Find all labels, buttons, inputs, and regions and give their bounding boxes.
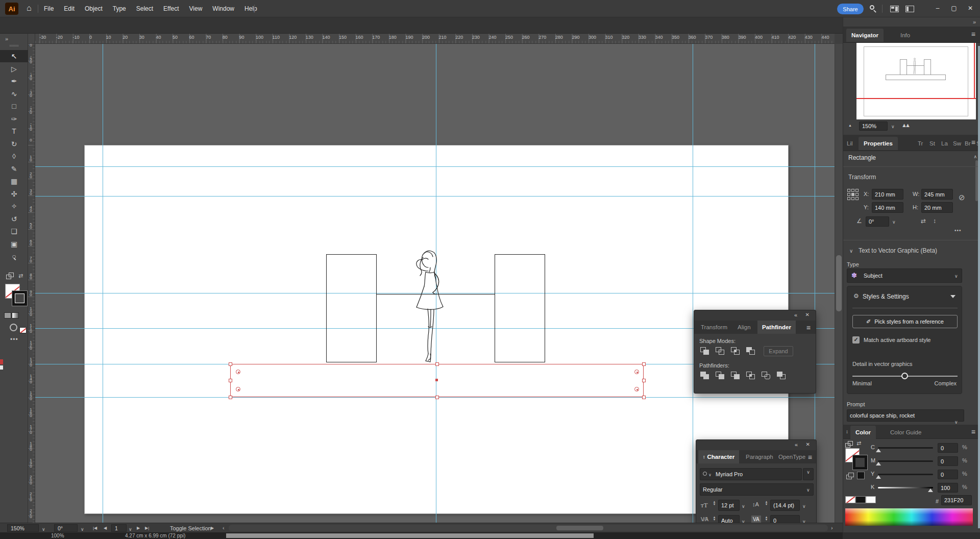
color-spectrum-bar[interactable] [845, 508, 973, 526]
selection-center-point[interactable] [435, 379, 438, 381]
search-icon[interactable] [870, 5, 877, 12]
menu-help[interactable]: Help [244, 5, 257, 12]
live-corner-se[interactable] [634, 387, 639, 391]
close-button[interactable]: ✕ [965, 3, 976, 13]
slider-track-m[interactable] [878, 460, 933, 462]
menu-view[interactable]: View [189, 5, 203, 12]
twirl-tool[interactable]: ↺ [0, 213, 28, 225]
mini-fill-stroke-icon[interactable] [6, 273, 16, 281]
shaper-tool[interactable]: ✎ [0, 163, 28, 175]
styles-dropdown-arrow-icon[interactable] [950, 295, 955, 298]
collapsed-panel-stroke-marker[interactable] [0, 365, 3, 370]
guide-horizontal-2[interactable] [35, 196, 835, 197]
navigator-zoom-chevron-icon[interactable]: ∨ [891, 124, 895, 129]
last-artboard-icon[interactable]: ▶| [145, 526, 149, 530]
color-mode-gradient[interactable] [12, 312, 19, 318]
selection-handle-ne[interactable] [642, 362, 646, 366]
tab-libraries[interactable]: Lil [844, 137, 855, 150]
artboard-tool[interactable]: ▣ [0, 238, 28, 250]
detail-slider-knob[interactable] [901, 373, 908, 379]
constrain-proportions-icon[interactable]: ⊘ [959, 193, 965, 202]
leading-input[interactable] [770, 500, 800, 511]
character-titlebar[interactable]: « ✕ [696, 440, 816, 450]
guide-horizontal-1[interactable] [35, 166, 835, 167]
pathfinder-close-icon[interactable]: ✕ [805, 312, 810, 317]
rotate-angle-input[interactable] [866, 216, 889, 227]
tab-info[interactable]: Info [895, 29, 915, 42]
color-swap-icon[interactable]: ⇄ [856, 440, 861, 447]
statusbar-rotation-chevron-icon[interactable]: ∨ [81, 527, 84, 532]
statusbar-rotation-field[interactable]: 0° [54, 524, 78, 532]
minimize-button[interactable]: – [932, 3, 943, 13]
selection-tool[interactable]: ↖ [0, 50, 28, 62]
slider-track-y[interactable] [878, 474, 933, 475]
crop-icon[interactable] [746, 372, 756, 380]
live-corner-ne[interactable] [634, 370, 639, 374]
pathfinder-titlebar[interactable]: « ✕ [694, 310, 816, 321]
prev-artboard-icon[interactable]: ◀ [104, 526, 107, 530]
panel-collapse-icon[interactable]: » [973, 19, 976, 25]
toolbar-grip[interactable] [10, 45, 18, 46]
artwork-rectangle-left[interactable] [326, 254, 377, 362]
font-family-chevron[interactable]: ∨ [803, 468, 814, 480]
selection-handle-se[interactable] [642, 396, 646, 399]
zoom-out-icon[interactable]: ▲ [848, 124, 852, 127]
leading-stepper[interactable]: ▲▼ [764, 501, 769, 506]
flip-vertical-icon[interactable]: ↕ [933, 217, 936, 225]
font-size-chevron-icon[interactable]: ∨ [742, 504, 745, 509]
guide-vertical-1[interactable] [103, 44, 103, 523]
draw-mode-icon[interactable] [10, 324, 17, 331]
slider-track-k[interactable] [878, 487, 933, 488]
statusbar-zoom-field[interactable]: 150% [7, 524, 39, 532]
canvas-vertical-scrollbar[interactable] [835, 44, 843, 523]
zoom-tool[interactable]: ○ [0, 250, 28, 262]
tab-navigator[interactable]: Navigator [846, 29, 884, 42]
rotate-angle-chevron-icon[interactable]: ∨ [892, 219, 896, 225]
tracking-stepper[interactable]: ▲▼ [764, 516, 769, 521]
properties-menu-icon[interactable]: ≡ [971, 138, 975, 146]
hscroll-right-icon[interactable]: › [831, 525, 833, 531]
tab-st[interactable]: St [928, 137, 936, 150]
selection-handle-s[interactable] [435, 396, 439, 399]
curvature-tool[interactable]: ∿ [0, 88, 28, 100]
ttv-type-dropdown[interactable]: Subject [847, 268, 962, 283]
color-mode-solid[interactable] [4, 312, 11, 318]
flip-horizontal-icon[interactable]: ⇄ [921, 217, 926, 225]
slider-knob-k[interactable] [928, 488, 933, 492]
hex-input[interactable] [941, 495, 972, 505]
slider-knob-y[interactable] [876, 475, 881, 479]
styles-settings-header[interactable]: Styles & Settings [863, 293, 909, 300]
minus-back-icon[interactable] [777, 372, 787, 380]
hscroll-thumb[interactable] [556, 526, 603, 530]
kerning-stepper[interactable]: ▲▼ [712, 516, 717, 521]
tab-properties[interactable]: Properties [859, 137, 898, 150]
tab-br[interactable]: Br [964, 137, 972, 150]
selection-handle-n[interactable] [435, 362, 439, 366]
shape-builder-tool[interactable]: ❏ [0, 225, 28, 237]
character-collapse-icon[interactable]: « [795, 442, 798, 448]
width-tool[interactable]: ✣ [0, 188, 28, 200]
color-stroke-swatch[interactable] [853, 455, 867, 470]
gradient-tool[interactable]: ▦ [0, 175, 28, 187]
swap-fill-stroke-icon[interactable]: ⇄ [18, 273, 23, 279]
divide-icon[interactable] [700, 372, 710, 380]
properties-scroll-up-icon[interactable]: ∧ [973, 154, 977, 159]
tab-la[interactable]: La [940, 137, 949, 150]
white-swatch[interactable] [866, 496, 876, 503]
tab-pathfinder[interactable]: Pathfinder [757, 321, 796, 334]
selection-handle-w[interactable] [229, 379, 232, 382]
rectangle-tool[interactable]: □ [0, 100, 28, 112]
slider-knob-c[interactable] [876, 449, 881, 452]
collapsed-panel-fill-marker[interactable] [0, 359, 3, 364]
artwork-figure[interactable] [411, 250, 460, 365]
live-corner-sw[interactable] [236, 387, 240, 391]
outline-icon[interactable] [762, 372, 771, 380]
prompt-input[interactable] [847, 409, 964, 422]
reference-point-grid[interactable] [847, 189, 859, 200]
leading-chevron-icon[interactable]: ∨ [802, 504, 806, 509]
none-swatch[interactable] [845, 496, 855, 503]
menu-edit[interactable]: Edit [64, 5, 75, 12]
font-family-field[interactable]: Myriad Pro [700, 468, 802, 480]
font-style-chevron-icon[interactable]: ∨ [806, 487, 810, 493]
color-collapse-icon[interactable]: ↕ [846, 429, 848, 434]
